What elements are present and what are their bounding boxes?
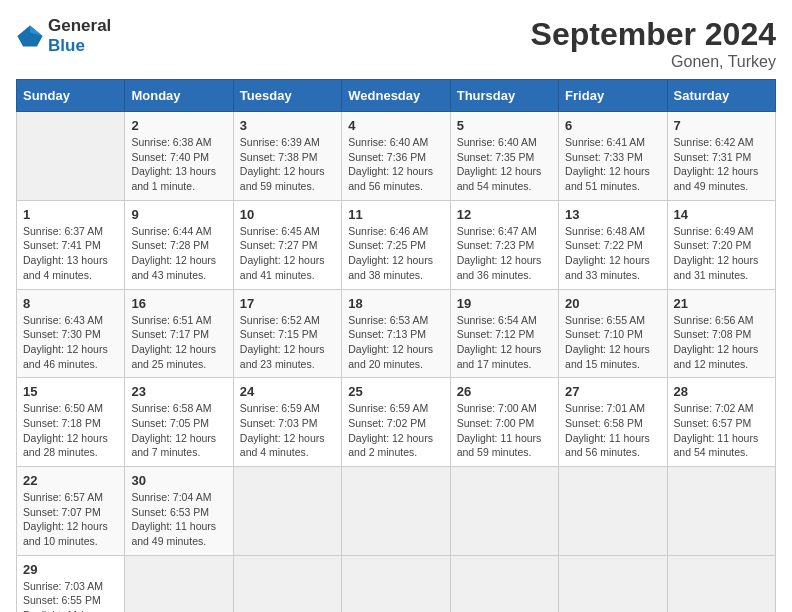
header-wednesday: Wednesday bbox=[342, 80, 450, 112]
day-number: 17 bbox=[240, 296, 335, 311]
day-number: 26 bbox=[457, 384, 552, 399]
page-header: General Blue September 2024 Gonen, Turke… bbox=[16, 16, 776, 71]
calendar-cell: 1 Sunrise: 6:37 AMSunset: 7:41 PMDayligh… bbox=[17, 200, 125, 289]
day-info: Sunrise: 6:54 AMSunset: 7:12 PMDaylight:… bbox=[457, 313, 552, 372]
day-info: Sunrise: 6:50 AMSunset: 7:18 PMDaylight:… bbox=[23, 401, 118, 460]
calendar-cell: 22 Sunrise: 6:57 AMSunset: 7:07 PMDaylig… bbox=[17, 467, 125, 556]
day-info: Sunrise: 6:53 AMSunset: 7:13 PMDaylight:… bbox=[348, 313, 443, 372]
calendar-cell: 21 Sunrise: 6:56 AMSunset: 7:08 PMDaylig… bbox=[667, 289, 775, 378]
day-number: 16 bbox=[131, 296, 226, 311]
day-number: 21 bbox=[674, 296, 769, 311]
logo-icon bbox=[16, 22, 44, 50]
calendar-cell: 13 Sunrise: 6:48 AMSunset: 7:22 PMDaylig… bbox=[559, 200, 667, 289]
calendar-cell bbox=[450, 467, 558, 556]
calendar-table: Sunday Monday Tuesday Wednesday Thursday… bbox=[16, 79, 776, 612]
day-info: Sunrise: 7:02 AMSunset: 6:57 PMDaylight:… bbox=[674, 401, 769, 460]
day-info: Sunrise: 6:55 AMSunset: 7:10 PMDaylight:… bbox=[565, 313, 660, 372]
logo: General Blue bbox=[16, 16, 111, 56]
day-number: 13 bbox=[565, 207, 660, 222]
day-number: 10 bbox=[240, 207, 335, 222]
calendar-cell: 19 Sunrise: 6:54 AMSunset: 7:12 PMDaylig… bbox=[450, 289, 558, 378]
day-number: 25 bbox=[348, 384, 443, 399]
calendar-cell bbox=[667, 467, 775, 556]
calendar-cell: 23 Sunrise: 6:58 AMSunset: 7:05 PMDaylig… bbox=[125, 378, 233, 467]
calendar-cell: 29 Sunrise: 7:03 AMSunset: 6:55 PMDaylig… bbox=[17, 555, 125, 612]
calendar-cell: 25 Sunrise: 6:59 AMSunset: 7:02 PMDaylig… bbox=[342, 378, 450, 467]
day-info: Sunrise: 6:37 AMSunset: 7:41 PMDaylight:… bbox=[23, 224, 118, 283]
calendar-cell: 14 Sunrise: 6:49 AMSunset: 7:20 PMDaylig… bbox=[667, 200, 775, 289]
logo-blue: Blue bbox=[48, 36, 85, 55]
day-info: Sunrise: 6:57 AMSunset: 7:07 PMDaylight:… bbox=[23, 490, 118, 549]
day-info: Sunrise: 6:47 AMSunset: 7:23 PMDaylight:… bbox=[457, 224, 552, 283]
calendar-cell: 4 Sunrise: 6:40 AMSunset: 7:36 PMDayligh… bbox=[342, 112, 450, 201]
calendar-cell bbox=[17, 112, 125, 201]
day-number: 15 bbox=[23, 384, 118, 399]
calendar-cell: 10 Sunrise: 6:45 AMSunset: 7:27 PMDaylig… bbox=[233, 200, 341, 289]
day-number: 22 bbox=[23, 473, 118, 488]
day-number: 9 bbox=[131, 207, 226, 222]
day-info: Sunrise: 6:39 AMSunset: 7:38 PMDaylight:… bbox=[240, 135, 335, 194]
calendar-cell bbox=[450, 555, 558, 612]
calendar-cell: 28 Sunrise: 7:02 AMSunset: 6:57 PMDaylig… bbox=[667, 378, 775, 467]
calendar-cell bbox=[559, 555, 667, 612]
day-number: 1 bbox=[23, 207, 118, 222]
calendar-row: 22 Sunrise: 6:57 AMSunset: 7:07 PMDaylig… bbox=[17, 467, 776, 556]
calendar-row: 15 Sunrise: 6:50 AMSunset: 7:18 PMDaylig… bbox=[17, 378, 776, 467]
header-row: Sunday Monday Tuesday Wednesday Thursday… bbox=[17, 80, 776, 112]
day-info: Sunrise: 6:48 AMSunset: 7:22 PMDaylight:… bbox=[565, 224, 660, 283]
calendar-cell: 7 Sunrise: 6:42 AMSunset: 7:31 PMDayligh… bbox=[667, 112, 775, 201]
day-number: 19 bbox=[457, 296, 552, 311]
calendar-cell: 26 Sunrise: 7:00 AMSunset: 7:00 PMDaylig… bbox=[450, 378, 558, 467]
calendar-cell: 8 Sunrise: 6:43 AMSunset: 7:30 PMDayligh… bbox=[17, 289, 125, 378]
day-info: Sunrise: 6:46 AMSunset: 7:25 PMDaylight:… bbox=[348, 224, 443, 283]
header-monday: Monday bbox=[125, 80, 233, 112]
day-info: Sunrise: 6:51 AMSunset: 7:17 PMDaylight:… bbox=[131, 313, 226, 372]
calendar-cell: 27 Sunrise: 7:01 AMSunset: 6:58 PMDaylig… bbox=[559, 378, 667, 467]
header-friday: Friday bbox=[559, 80, 667, 112]
calendar-row: 2 Sunrise: 6:38 AMSunset: 7:40 PMDayligh… bbox=[17, 112, 776, 201]
calendar-cell bbox=[559, 467, 667, 556]
calendar-cell: 18 Sunrise: 6:53 AMSunset: 7:13 PMDaylig… bbox=[342, 289, 450, 378]
calendar-row: 8 Sunrise: 6:43 AMSunset: 7:30 PMDayligh… bbox=[17, 289, 776, 378]
logo-general: General bbox=[48, 16, 111, 35]
month-title: September 2024 bbox=[531, 16, 776, 53]
calendar-body: 2 Sunrise: 6:38 AMSunset: 7:40 PMDayligh… bbox=[17, 112, 776, 613]
calendar-cell: 17 Sunrise: 6:52 AMSunset: 7:15 PMDaylig… bbox=[233, 289, 341, 378]
header-sunday: Sunday bbox=[17, 80, 125, 112]
day-info: Sunrise: 6:38 AMSunset: 7:40 PMDaylight:… bbox=[131, 135, 226, 194]
day-info: Sunrise: 6:44 AMSunset: 7:28 PMDaylight:… bbox=[131, 224, 226, 283]
day-info: Sunrise: 7:01 AMSunset: 6:58 PMDaylight:… bbox=[565, 401, 660, 460]
calendar-cell: 15 Sunrise: 6:50 AMSunset: 7:18 PMDaylig… bbox=[17, 378, 125, 467]
day-number: 12 bbox=[457, 207, 552, 222]
day-number: 28 bbox=[674, 384, 769, 399]
calendar-cell: 16 Sunrise: 6:51 AMSunset: 7:17 PMDaylig… bbox=[125, 289, 233, 378]
title-block: September 2024 Gonen, Turkey bbox=[531, 16, 776, 71]
day-info: Sunrise: 6:40 AMSunset: 7:36 PMDaylight:… bbox=[348, 135, 443, 194]
day-number: 2 bbox=[131, 118, 226, 133]
day-number: 6 bbox=[565, 118, 660, 133]
day-number: 23 bbox=[131, 384, 226, 399]
calendar-cell: 12 Sunrise: 6:47 AMSunset: 7:23 PMDaylig… bbox=[450, 200, 558, 289]
calendar-cell: 3 Sunrise: 6:39 AMSunset: 7:38 PMDayligh… bbox=[233, 112, 341, 201]
day-info: Sunrise: 6:59 AMSunset: 7:02 PMDaylight:… bbox=[348, 401, 443, 460]
day-info: Sunrise: 6:40 AMSunset: 7:35 PMDaylight:… bbox=[457, 135, 552, 194]
day-number: 4 bbox=[348, 118, 443, 133]
day-info: Sunrise: 7:03 AMSunset: 6:55 PMDaylight:… bbox=[23, 579, 118, 612]
calendar-cell: 24 Sunrise: 6:59 AMSunset: 7:03 PMDaylig… bbox=[233, 378, 341, 467]
calendar-cell: 11 Sunrise: 6:46 AMSunset: 7:25 PMDaylig… bbox=[342, 200, 450, 289]
day-info: Sunrise: 6:42 AMSunset: 7:31 PMDaylight:… bbox=[674, 135, 769, 194]
day-info: Sunrise: 6:49 AMSunset: 7:20 PMDaylight:… bbox=[674, 224, 769, 283]
calendar-cell: 5 Sunrise: 6:40 AMSunset: 7:35 PMDayligh… bbox=[450, 112, 558, 201]
day-number: 8 bbox=[23, 296, 118, 311]
header-tuesday: Tuesday bbox=[233, 80, 341, 112]
day-number: 29 bbox=[23, 562, 118, 577]
calendar-cell: 20 Sunrise: 6:55 AMSunset: 7:10 PMDaylig… bbox=[559, 289, 667, 378]
calendar-row: 29 Sunrise: 7:03 AMSunset: 6:55 PMDaylig… bbox=[17, 555, 776, 612]
day-info: Sunrise: 6:58 AMSunset: 7:05 PMDaylight:… bbox=[131, 401, 226, 460]
day-info: Sunrise: 7:00 AMSunset: 7:00 PMDaylight:… bbox=[457, 401, 552, 460]
day-number: 27 bbox=[565, 384, 660, 399]
calendar-cell: 9 Sunrise: 6:44 AMSunset: 7:28 PMDayligh… bbox=[125, 200, 233, 289]
day-number: 7 bbox=[674, 118, 769, 133]
calendar-cell bbox=[233, 555, 341, 612]
day-info: Sunrise: 6:59 AMSunset: 7:03 PMDaylight:… bbox=[240, 401, 335, 460]
